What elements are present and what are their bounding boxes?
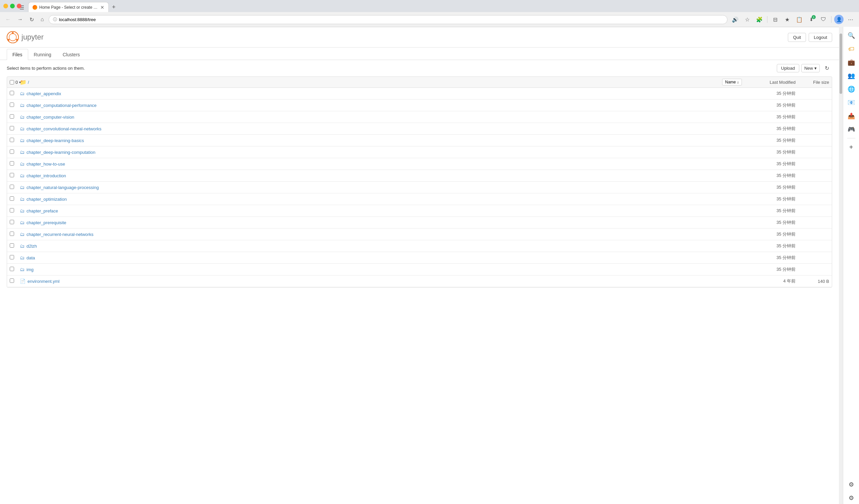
file-link[interactable]: d2lzh — [27, 243, 37, 249]
upload-button[interactable]: Upload — [777, 64, 799, 73]
row-checkbox[interactable] — [10, 103, 14, 107]
row-check-col — [10, 161, 20, 167]
row-checkbox[interactable] — [10, 267, 14, 271]
row-checkbox[interactable] — [10, 91, 14, 95]
url-input[interactable]: localhost:8888/tree — [59, 17, 723, 22]
row-name-col: 🗂 chapter_computer-vision — [20, 114, 742, 120]
row-checkbox[interactable] — [10, 149, 14, 154]
row-checkbox[interactable] — [10, 243, 14, 248]
row-name-col: 🗂 chapter_deep-learning-basics — [20, 138, 742, 143]
row-name-col: 🗂 chapter_convolutional-neural-networks — [20, 126, 742, 131]
edge-tag-button[interactable]: 🏷 — [845, 43, 857, 55]
browser-toolbar-icons: 🔊 ☆ 🧩 ⊟ ★ 📋 ⬇ 1 🛡 👤 ⋯ — [730, 14, 856, 25]
refresh-list-button[interactable]: ↻ — [822, 63, 832, 73]
back-button[interactable]: ← — [3, 15, 13, 24]
adblock-button[interactable]: 🛡 — [818, 14, 828, 25]
row-date: 35 分钟前 — [742, 255, 796, 261]
scrollbar-thumb[interactable] — [840, 33, 842, 94]
edge-add-button[interactable]: + — [845, 141, 857, 153]
row-checkbox[interactable] — [10, 196, 14, 201]
maximize-button[interactable] — [10, 4, 15, 9]
table-row: 🗂 chapter_natural-language-processing 35… — [7, 182, 832, 193]
row-checkbox[interactable] — [10, 220, 14, 224]
file-link[interactable]: chapter_preface — [27, 208, 58, 214]
read-aloud-button[interactable]: 🔊 — [730, 14, 740, 25]
sort-name-button[interactable]: Name ↓ — [722, 79, 742, 85]
edge-briefcase-button[interactable]: 💼 — [845, 56, 857, 68]
file-link[interactable]: chapter_appendix — [27, 91, 61, 96]
file-link[interactable]: img — [27, 267, 33, 272]
file-link[interactable]: chapter_recurrent-neural-networks — [27, 232, 93, 237]
split-screen-button[interactable]: ⊟ — [770, 14, 780, 25]
edge-people-button[interactable]: 👥 — [845, 70, 857, 82]
row-checkbox[interactable] — [10, 208, 14, 212]
file-link[interactable]: chapter_deep-learning-basics — [27, 138, 84, 143]
tab-title: Home Page - Select or create a n... — [39, 5, 98, 10]
file-link[interactable]: chapter_how-to-use — [27, 161, 65, 167]
edge-send-button[interactable]: 📤 — [845, 110, 857, 122]
row-checkbox[interactable] — [10, 114, 14, 119]
minimize-button[interactable] — [3, 4, 8, 9]
table-row: 🗂 chapter_computer-vision 35 分钟前 — [7, 111, 832, 123]
file-link[interactable]: data — [27, 255, 35, 261]
quit-button[interactable]: Quit — [788, 33, 806, 42]
folder-icon: 🗂 — [20, 161, 25, 167]
row-checkbox[interactable] — [10, 279, 14, 283]
close-window-button[interactable] — [17, 4, 21, 9]
tab-running[interactable]: Running — [28, 49, 57, 60]
edge-globe-button[interactable]: 🌐 — [845, 83, 857, 95]
row-checkbox[interactable] — [10, 185, 14, 189]
row-checkbox[interactable] — [10, 138, 14, 142]
folder-icon: 🗂 — [20, 126, 25, 131]
row-check-col — [10, 243, 20, 249]
scrollbar[interactable] — [839, 27, 843, 504]
row-checkbox[interactable] — [10, 232, 14, 236]
collections-button[interactable]: 📋 — [794, 14, 804, 25]
file-list-container: 0 ▾ 📁 / Name ↓ Last Modified File size — [0, 76, 839, 287]
breadcrumb-path[interactable]: / — [28, 80, 29, 85]
edge-cogwheel-button[interactable]: ⚙ — [845, 492, 857, 504]
new-dropdown-button[interactable]: New ▾ — [801, 64, 820, 73]
edge-outlook-button[interactable]: 📧 — [845, 96, 857, 109]
extensions-button[interactable]: 🧩 — [754, 14, 764, 25]
file-link[interactable]: chapter_computational-performance — [27, 103, 97, 108]
edge-search-button[interactable]: 🔍 — [845, 30, 857, 42]
browser-tab[interactable]: Home Page - Select or create a n... ✕ — [28, 2, 109, 12]
favorites-button[interactable]: ☆ — [742, 14, 752, 25]
edge-game-button[interactable]: 🎮 — [845, 123, 857, 136]
more-button[interactable]: ⋯ — [846, 14, 856, 25]
row-checkbox[interactable] — [10, 161, 14, 166]
favorites2-button[interactable]: ★ — [782, 14, 792, 25]
file-link[interactable]: chapter_computer-vision — [27, 115, 74, 120]
edge-settings-button[interactable]: ⚙ — [845, 478, 857, 491]
table-row: 🗂 chapter_recurrent-neural-networks 35 分… — [7, 229, 832, 240]
row-checkbox[interactable] — [10, 173, 14, 177]
tab-close-button[interactable]: ✕ — [100, 5, 104, 10]
row-name-col: 🗂 data — [20, 255, 742, 261]
home-button[interactable]: ⌂ — [39, 15, 46, 24]
select-all-checkbox[interactable] — [10, 80, 14, 84]
row-checkbox[interactable] — [10, 126, 14, 130]
row-date: 35 分钟前 — [742, 173, 796, 178]
logout-button[interactable]: Logout — [809, 33, 832, 42]
refresh-button[interactable]: ↻ — [28, 15, 36, 24]
file-link[interactable]: environment.yml — [28, 279, 59, 284]
row-check-col — [10, 138, 20, 143]
file-link[interactable]: chapter_deep-learning-computation — [27, 150, 95, 155]
file-link[interactable]: chapter_prerequisite — [27, 220, 66, 225]
tab-files[interactable]: Files — [7, 49, 28, 60]
new-tab-button[interactable]: + — [109, 2, 119, 12]
file-link[interactable]: chapter_optimization — [27, 197, 67, 202]
file-link[interactable]: chapter_natural-language-processing — [27, 185, 99, 190]
tab-clusters[interactable]: Clusters — [57, 49, 86, 60]
row-name-col: 🗂 chapter_prerequisite — [20, 220, 742, 225]
profile-button[interactable]: 👤 — [834, 15, 844, 24]
downloads-button[interactable]: ⬇ 1 — [806, 14, 816, 25]
forward-button[interactable]: → — [15, 15, 25, 24]
row-check-col — [10, 220, 20, 225]
file-link[interactable]: chapter_introduction — [27, 173, 66, 178]
header-size-col: File size — [796, 80, 829, 85]
table-row: 🗂 chapter_preface 35 分钟前 — [7, 205, 832, 217]
file-link[interactable]: chapter_convolutional-neural-networks — [27, 126, 101, 131]
row-checkbox[interactable] — [10, 255, 14, 259]
